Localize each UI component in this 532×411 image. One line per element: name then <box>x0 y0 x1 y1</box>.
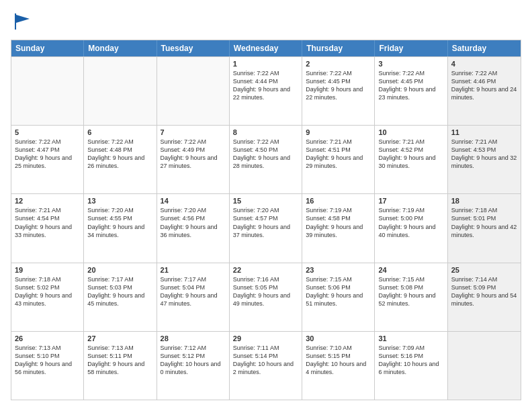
day-number: 11 <box>451 128 517 136</box>
day-info: Sunrise: 7:22 AMSunset: 4:48 PMDaylight:… <box>87 138 152 171</box>
day-info: Sunrise: 7:14 AMSunset: 5:09 PMDaylight:… <box>451 275 517 308</box>
logo-flag-icon <box>12 11 34 32</box>
day-info: Sunrise: 7:13 AMSunset: 5:11 PMDaylight:… <box>87 344 152 377</box>
day-number: 30 <box>306 334 371 342</box>
day-cell-2: 2Sunrise: 7:22 AMSunset: 4:45 PMDaylight… <box>302 57 375 125</box>
day-info: Sunrise: 7:22 AMSunset: 4:49 PMDaylight:… <box>161 138 226 171</box>
day-number: 23 <box>306 266 371 274</box>
day-number: 18 <box>451 197 517 205</box>
week-row-5: 26Sunrise: 7:13 AMSunset: 5:10 PMDayligh… <box>11 331 521 400</box>
day-cell-31: 31Sunrise: 7:09 AMSunset: 5:16 PMDayligh… <box>375 332 447 400</box>
logo <box>11 11 34 33</box>
day-cell-19: 19Sunrise: 7:18 AMSunset: 5:02 PMDayligh… <box>11 263 84 331</box>
logo-text <box>11 11 34 33</box>
day-cell-26: 26Sunrise: 7:13 AMSunset: 5:10 PMDayligh… <box>11 332 84 400</box>
header <box>11 11 521 33</box>
day-cell-22: 22Sunrise: 7:16 AMSunset: 5:05 PMDayligh… <box>230 263 302 331</box>
week-row-3: 12Sunrise: 7:21 AMSunset: 4:54 PMDayligh… <box>11 193 521 262</box>
day-cell-5: 5Sunrise: 7:22 AMSunset: 4:47 PMDaylight… <box>11 126 84 193</box>
day-info: Sunrise: 7:19 AMSunset: 4:58 PMDaylight:… <box>306 206 371 239</box>
day-cell-12: 12Sunrise: 7:21 AMSunset: 4:54 PMDayligh… <box>11 194 84 262</box>
day-cell-empty <box>157 57 230 125</box>
header-tuesday: Tuesday <box>157 40 230 56</box>
day-info: Sunrise: 7:18 AMSunset: 5:02 PMDaylight:… <box>15 275 80 308</box>
day-number: 7 <box>161 128 226 136</box>
calendar-header: SundayMondayTuesdayWednesdayThursdayFrid… <box>11 40 521 56</box>
day-info: Sunrise: 7:09 AMSunset: 5:16 PMDaylight:… <box>378 344 443 377</box>
day-info: Sunrise: 7:10 AMSunset: 5:15 PMDaylight:… <box>306 344 371 377</box>
day-cell-25: 25Sunrise: 7:14 AMSunset: 5:09 PMDayligh… <box>448 263 521 331</box>
svg-marker-0 <box>15 13 30 30</box>
day-cell-23: 23Sunrise: 7:15 AMSunset: 5:06 PMDayligh… <box>302 263 375 331</box>
day-info: Sunrise: 7:18 AMSunset: 5:01 PMDaylight:… <box>451 206 517 239</box>
header-friday: Friday <box>375 40 447 56</box>
day-number: 16 <box>306 197 371 205</box>
day-number: 4 <box>451 60 517 68</box>
day-cell-14: 14Sunrise: 7:20 AMSunset: 4:56 PMDayligh… <box>157 194 230 262</box>
calendar-body: 1Sunrise: 7:22 AMSunset: 4:44 PMDaylight… <box>11 56 521 400</box>
day-number: 13 <box>87 197 152 205</box>
day-number: 21 <box>161 266 226 274</box>
day-info: Sunrise: 7:22 AMSunset: 4:44 PMDaylight:… <box>233 69 298 102</box>
day-info: Sunrise: 7:21 AMSunset: 4:54 PMDaylight:… <box>15 206 80 239</box>
day-info: Sunrise: 7:21 AMSunset: 4:51 PMDaylight:… <box>306 138 371 171</box>
day-number: 14 <box>161 197 226 205</box>
day-number: 29 <box>233 334 298 342</box>
day-info: Sunrise: 7:12 AMSunset: 5:12 PMDaylight:… <box>161 344 226 377</box>
header-thursday: Thursday <box>302 40 375 56</box>
day-number: 9 <box>306 128 371 136</box>
week-row-1: 1Sunrise: 7:22 AMSunset: 4:44 PMDaylight… <box>11 56 521 125</box>
page: SundayMondayTuesdayWednesdayThursdayFrid… <box>0 0 532 411</box>
day-cell-empty <box>448 332 521 400</box>
day-number: 19 <box>15 266 80 274</box>
day-cell-17: 17Sunrise: 7:19 AMSunset: 5:00 PMDayligh… <box>375 194 447 262</box>
day-cell-7: 7Sunrise: 7:22 AMSunset: 4:49 PMDaylight… <box>157 126 230 193</box>
day-cell-8: 8Sunrise: 7:22 AMSunset: 4:50 PMDaylight… <box>230 126 302 193</box>
day-info: Sunrise: 7:21 AMSunset: 4:53 PMDaylight:… <box>451 138 517 171</box>
day-cell-empty <box>84 57 157 125</box>
day-number: 3 <box>378 60 443 68</box>
day-cell-30: 30Sunrise: 7:10 AMSunset: 5:15 PMDayligh… <box>302 332 375 400</box>
day-cell-6: 6Sunrise: 7:22 AMSunset: 4:48 PMDaylight… <box>84 126 157 193</box>
day-info: Sunrise: 7:22 AMSunset: 4:45 PMDaylight:… <box>378 69 443 102</box>
day-number: 17 <box>378 197 443 205</box>
day-number: 5 <box>15 128 80 136</box>
day-cell-27: 27Sunrise: 7:13 AMSunset: 5:11 PMDayligh… <box>84 332 157 400</box>
day-info: Sunrise: 7:16 AMSunset: 5:05 PMDaylight:… <box>233 275 298 308</box>
day-number: 2 <box>306 60 371 68</box>
header-monday: Monday <box>84 40 157 56</box>
day-number: 26 <box>15 334 80 342</box>
day-info: Sunrise: 7:17 AMSunset: 5:03 PMDaylight:… <box>87 275 152 308</box>
day-info: Sunrise: 7:19 AMSunset: 5:00 PMDaylight:… <box>378 206 443 239</box>
day-cell-20: 20Sunrise: 7:17 AMSunset: 5:03 PMDayligh… <box>84 263 157 331</box>
day-cell-24: 24Sunrise: 7:15 AMSunset: 5:08 PMDayligh… <box>375 263 447 331</box>
day-cell-16: 16Sunrise: 7:19 AMSunset: 4:58 PMDayligh… <box>302 194 375 262</box>
day-info: Sunrise: 7:17 AMSunset: 5:04 PMDaylight:… <box>161 275 226 308</box>
week-row-2: 5Sunrise: 7:22 AMSunset: 4:47 PMDaylight… <box>11 125 521 193</box>
day-cell-4: 4Sunrise: 7:22 AMSunset: 4:46 PMDaylight… <box>448 57 521 125</box>
day-number: 25 <box>451 266 517 274</box>
day-cell-11: 11Sunrise: 7:21 AMSunset: 4:53 PMDayligh… <box>448 126 521 193</box>
day-cell-9: 9Sunrise: 7:21 AMSunset: 4:51 PMDaylight… <box>302 126 375 193</box>
week-row-4: 19Sunrise: 7:18 AMSunset: 5:02 PMDayligh… <box>11 263 521 331</box>
day-info: Sunrise: 7:20 AMSunset: 4:55 PMDaylight:… <box>87 206 152 239</box>
day-info: Sunrise: 7:20 AMSunset: 4:57 PMDaylight:… <box>233 206 298 239</box>
day-cell-13: 13Sunrise: 7:20 AMSunset: 4:55 PMDayligh… <box>84 194 157 262</box>
day-number: 12 <box>15 197 80 205</box>
day-cell-10: 10Sunrise: 7:21 AMSunset: 4:52 PMDayligh… <box>375 126 447 193</box>
day-number: 27 <box>87 334 152 342</box>
day-info: Sunrise: 7:22 AMSunset: 4:47 PMDaylight:… <box>15 138 80 171</box>
day-cell-18: 18Sunrise: 7:18 AMSunset: 5:01 PMDayligh… <box>448 194 521 262</box>
day-number: 6 <box>87 128 152 136</box>
day-cell-empty <box>11 57 84 125</box>
day-number: 15 <box>233 197 298 205</box>
header-saturday: Saturday <box>448 40 521 56</box>
day-info: Sunrise: 7:22 AMSunset: 4:50 PMDaylight:… <box>233 138 298 171</box>
day-number: 31 <box>378 334 443 342</box>
day-cell-29: 29Sunrise: 7:11 AMSunset: 5:14 PMDayligh… <box>230 332 302 400</box>
day-info: Sunrise: 7:22 AMSunset: 4:46 PMDaylight:… <box>451 69 517 102</box>
day-info: Sunrise: 7:15 AMSunset: 5:06 PMDaylight:… <box>306 275 371 308</box>
day-cell-15: 15Sunrise: 7:20 AMSunset: 4:57 PMDayligh… <box>230 194 302 262</box>
day-info: Sunrise: 7:15 AMSunset: 5:08 PMDaylight:… <box>378 275 443 308</box>
day-info: Sunrise: 7:20 AMSunset: 4:56 PMDaylight:… <box>161 206 226 239</box>
